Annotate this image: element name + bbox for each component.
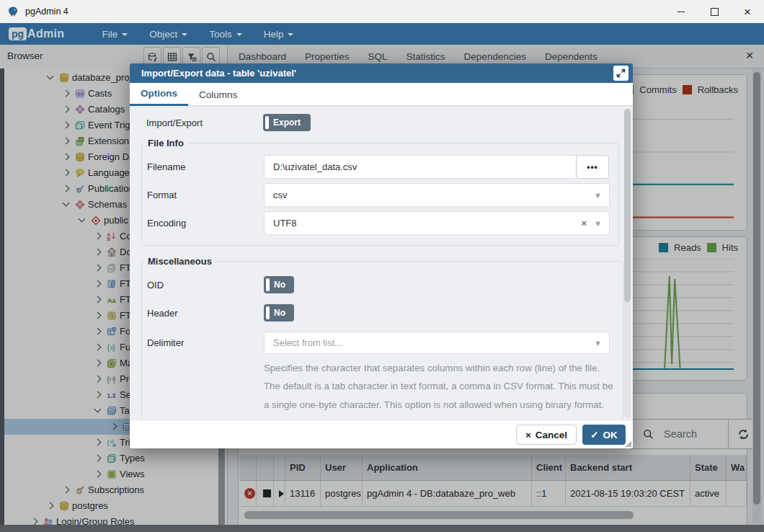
- expand-icon: [616, 68, 626, 78]
- chevron-down-icon: [182, 33, 187, 36]
- menu-object[interactable]: Object: [149, 29, 187, 40]
- delimiter-select[interactable]: Select from list... ▼: [264, 332, 610, 354]
- menu-items: FileObjectToolsHelp: [102, 29, 315, 40]
- oid-toggle[interactable]: No: [264, 276, 294, 293]
- check-icon: ✓: [590, 429, 598, 440]
- file-info-group: File Info Filename D:\uzivatel_data.csv …: [141, 138, 619, 246]
- menu-file[interactable]: File: [102, 29, 128, 40]
- tab-columns[interactable]: Columns: [188, 83, 248, 106]
- delimiter-placeholder: Select from list...: [273, 337, 594, 348]
- filename-label: Filename: [147, 161, 264, 172]
- miscellaneous-legend: Miscellaneous: [143, 256, 216, 267]
- dialog-scrollbar-thumb[interactable]: [624, 109, 631, 302]
- file-info-legend: File Info: [143, 138, 188, 148]
- chevron-down-icon: [236, 33, 242, 36]
- pg-logo-box: pg: [9, 27, 27, 41]
- toggle-value: Export: [273, 118, 301, 128]
- format-label: Format: [147, 190, 264, 200]
- header-label: Header: [147, 308, 264, 319]
- import-export-toggle[interactable]: Export: [263, 114, 311, 131]
- titlebar: pgAdmin 4 ×: [0, 0, 764, 23]
- ellipsis-icon: •••: [587, 162, 598, 172]
- dialog-footer: × Cancel ✓ OK: [130, 421, 633, 448]
- chevron-down-icon: [122, 33, 128, 36]
- maximize-dialog-button[interactable]: [613, 66, 628, 81]
- encoding-value: UTF8: [273, 218, 582, 229]
- dialog-resize-grip[interactable]: [626, 441, 631, 447]
- maximize-button[interactable]: [698, 0, 731, 23]
- miscellaneous-group: Miscellaneous OID No Header No Delimiter…: [141, 256, 623, 421]
- menu-tools[interactable]: Tools: [209, 29, 242, 40]
- dialog-tabbar: Options Columns: [130, 83, 633, 106]
- dialog-header[interactable]: Import/Export data - table 'uzivatel': [130, 63, 633, 83]
- window-title: pgAdmin 4: [25, 6, 68, 17]
- delimiter-help-text: Specifies the character that separates c…: [264, 359, 614, 414]
- menu-label: Tools: [209, 29, 232, 40]
- x-icon: ×: [525, 430, 531, 440]
- menu-label: Object: [149, 29, 177, 40]
- import-export-label: Import/Export: [146, 118, 263, 128]
- dialog-body: Import/Export Export File Info Filename …: [130, 106, 633, 421]
- format-value: csv: [273, 190, 594, 200]
- chevron-down-icon: ▼: [594, 219, 602, 228]
- menubar: pgAdmin FileObjectToolsHelp: [0, 23, 764, 45]
- clear-icon[interactable]: ×: [582, 218, 587, 229]
- toggle-value: No: [274, 308, 285, 318]
- encoding-select[interactable]: UTF8 × ▼: [264, 211, 610, 235]
- pgadmin-app-icon: [6, 5, 19, 18]
- format-select[interactable]: csv ▼: [264, 183, 610, 207]
- menu-label: File: [102, 29, 117, 40]
- menu-label: Help: [264, 29, 284, 40]
- minimize-icon: [678, 12, 685, 12]
- dialog-title: Import/Export data - table 'uzivatel': [141, 68, 296, 79]
- dialog-scrollbar-track[interactable]: [624, 109, 631, 418]
- oid-label: OID: [147, 280, 264, 291]
- chevron-down-icon: ▼: [594, 339, 602, 347]
- filename-input[interactable]: D:\uzivatel_data.csv: [264, 155, 577, 179]
- ok-button[interactable]: ✓ OK: [582, 425, 626, 445]
- ok-label: OK: [603, 430, 618, 440]
- close-window-button[interactable]: ×: [731, 0, 764, 23]
- cancel-button[interactable]: × Cancel: [516, 425, 577, 445]
- tab-options[interactable]: Options: [130, 83, 188, 106]
- delimiter-label: Delimiter: [147, 337, 264, 348]
- filename-value: D:\uzivatel_data.csv: [273, 161, 576, 172]
- minimize-button[interactable]: [665, 0, 698, 23]
- cancel-label: Cancel: [536, 430, 567, 440]
- import-export-dialog: Import/Export data - table 'uzivatel' Op…: [130, 63, 633, 448]
- browse-file-button[interactable]: •••: [576, 155, 609, 179]
- menu-help[interactable]: Help: [264, 29, 294, 40]
- maximize-icon: [711, 8, 719, 16]
- chevron-down-icon: ▼: [594, 191, 602, 200]
- pgadmin-logo: pgAdmin: [9, 27, 64, 41]
- chevron-down-icon: [288, 33, 293, 36]
- toggle-value: No: [274, 280, 285, 290]
- pgadmin-window: pgAdmin 4 × pgAdmin FileObjectToolsHelp …: [0, 0, 764, 532]
- header-toggle[interactable]: No: [264, 304, 294, 322]
- close-icon: ×: [744, 6, 751, 18]
- encoding-label: Encoding: [147, 218, 264, 229]
